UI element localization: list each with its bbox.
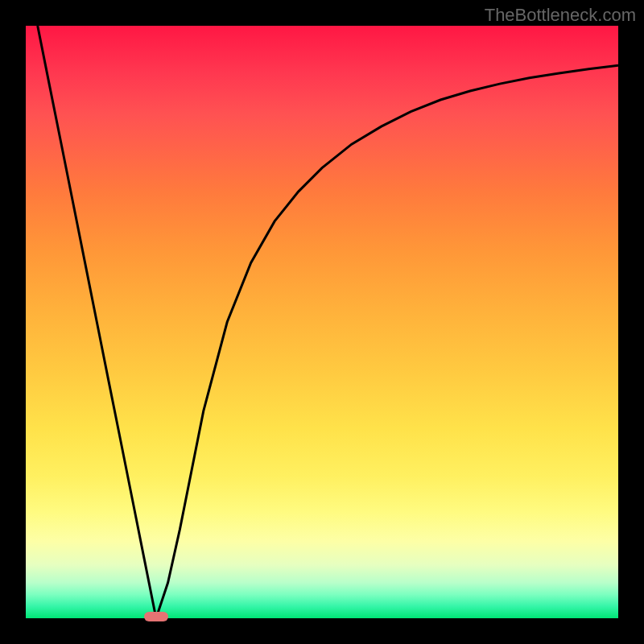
curve-svg bbox=[26, 26, 618, 618]
bottleneck-curve bbox=[38, 26, 618, 618]
watermark-text: TheBottleneck.com bbox=[485, 5, 636, 26]
optimal-marker bbox=[144, 612, 168, 621]
chart-container: TheBottleneck.com bbox=[0, 0, 644, 644]
